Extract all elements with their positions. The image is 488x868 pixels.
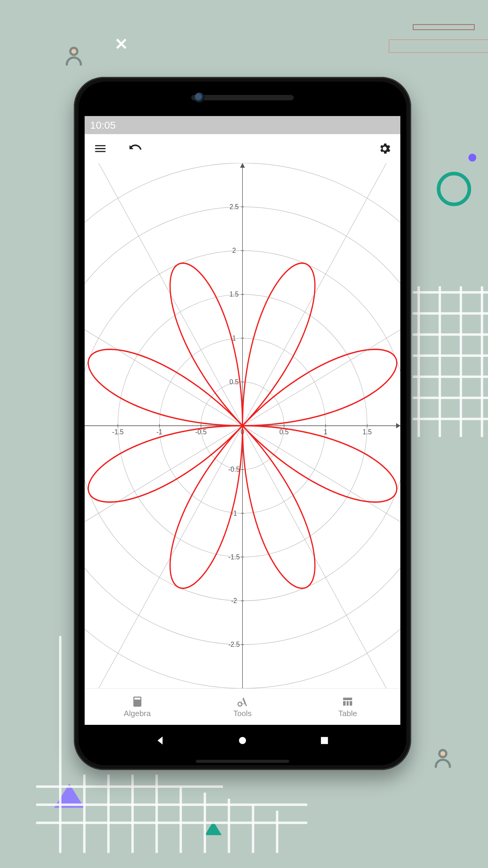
nav-label: Table	[338, 709, 357, 718]
menu-button[interactable]	[92, 140, 109, 157]
tools-icon	[236, 695, 249, 708]
svg-point-77	[239, 737, 246, 744]
person-icon	[432, 747, 453, 770]
svg-rect-78	[321, 737, 328, 744]
decorative-lines	[413, 24, 488, 62]
svg-text:-1: -1	[156, 428, 162, 436]
svg-text:1.5: 1.5	[230, 290, 239, 298]
nav-table[interactable]: Table	[295, 689, 400, 725]
svg-text:-2: -2	[231, 596, 237, 604]
svg-point-76	[238, 702, 242, 706]
x-icon: ✕	[115, 35, 128, 54]
svg-text:0.5: 0.5	[230, 378, 239, 386]
table-icon	[341, 695, 354, 708]
settings-button[interactable]	[376, 140, 393, 157]
status-bar: 10:05	[85, 116, 400, 134]
hamburger-icon	[93, 142, 107, 156]
svg-text:2: 2	[232, 246, 236, 254]
app-bar	[85, 134, 400, 163]
nav-label: Algebra	[124, 709, 151, 718]
overview-button[interactable]	[318, 735, 330, 748]
phone-camera	[194, 93, 204, 103]
svg-text:1: 1	[324, 428, 327, 436]
android-nav-bar	[85, 726, 400, 756]
gear-icon	[378, 142, 392, 156]
svg-text:1: 1	[232, 334, 236, 342]
svg-text:-0.5: -0.5	[228, 465, 240, 473]
nav-algebra[interactable]: Algebra	[85, 689, 190, 725]
nav-tools[interactable]: Tools	[190, 689, 295, 725]
status-time: 10:05	[90, 119, 116, 131]
calculator-icon	[131, 695, 143, 708]
decorative-circle	[437, 172, 471, 206]
bottom-nav: Algebra Tools Table	[85, 688, 400, 725]
svg-text:-1.5: -1.5	[112, 428, 124, 436]
undo-button[interactable]	[127, 140, 144, 157]
person-icon	[63, 45, 84, 67]
svg-text:-2.5: -2.5	[228, 640, 240, 648]
nav-label: Tools	[233, 709, 252, 718]
home-button[interactable]	[236, 735, 249, 748]
svg-text:2.5: 2.5	[230, 203, 239, 211]
decorative-dot	[468, 154, 476, 161]
svg-text:1.5: 1.5	[362, 428, 372, 436]
screen: 10:05	[85, 116, 400, 725]
svg-text:-1.5: -1.5	[228, 553, 240, 561]
phone-speaker	[191, 95, 294, 100]
phone-home-indicator	[196, 760, 289, 763]
decorative-grid	[413, 286, 488, 438]
phone-frame: 10:05	[74, 77, 411, 770]
undo-icon	[128, 142, 142, 156]
graph-canvas[interactable]: -1.5-1-0.500.511.5-2.5-2-1.5-1-0.50.511.…	[85, 163, 400, 688]
back-button[interactable]	[155, 735, 167, 748]
